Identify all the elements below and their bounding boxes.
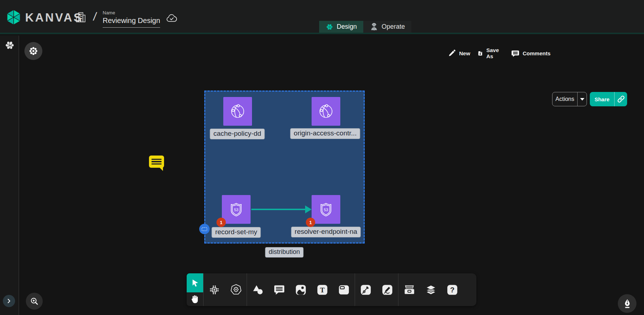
marquee-icon [202,227,207,231]
design-swirl-icon [326,23,333,31]
flower-components-icon [29,46,38,56]
design-name-input[interactable] [103,15,160,28]
save-as-button[interactable]: Save As [477,46,501,60]
route53-shield-icon: 53 [316,199,336,219]
pencil-sketch-icon [382,284,393,296]
image-tool-icon [295,284,307,296]
share-split-button[interactable]: Share [590,92,627,106]
breadcrumb-separator: / [92,10,97,23]
new-label: New [459,50,470,56]
shapes-icon [252,285,263,295]
pencil-icon [448,49,456,57]
tool-help[interactable]: ? [442,273,463,306]
left-sidebar [0,36,19,315]
actions-caret-segment[interactable] [577,92,587,106]
tab-operate[interactable]: Operate [363,21,411,33]
tab-operate-label: Operate [382,23,405,31]
node-resolver-endpoint[interactable]: 53 [312,195,340,224]
svg-text:53: 53 [234,208,238,212]
svg-text:T: T [320,286,325,293]
comments-button[interactable]: Comments [511,46,551,60]
tool-circuit[interactable] [204,273,225,306]
archive-drawer-icon [403,284,415,295]
actions-dropdown-button[interactable]: Actions [552,92,587,106]
node-label-origin-access[interactable]: origin-access-contr... [290,128,360,139]
node-label-resolver-endpoint[interactable]: resolver-endpoint-na [291,227,361,237]
tab-design-label: Design [337,23,357,31]
brand-title: KANVAS [25,11,83,24]
meshery-swirl-icon[interactable] [4,40,15,51]
link-icon [617,95,625,103]
zoom-in-button[interactable] [26,293,43,310]
cloudfront-globe-icon [228,101,248,121]
mode-tabs: Design Operate [319,21,411,33]
canvas-comment-marker[interactable] [149,156,164,168]
cursor-arrow-icon [190,278,200,288]
tool-shapes[interactable] [247,273,269,306]
components-drawer-button[interactable] [24,42,42,60]
circuit-chip-icon [209,284,220,296]
node-origin-access[interactable] [312,97,340,126]
tool-text[interactable]: T [312,273,333,306]
node-label-cache-policy[interactable]: cache-policy-dd [210,129,265,139]
tool-layers[interactable] [420,273,442,306]
tool-image[interactable] [290,273,312,306]
layers-icon [425,284,437,296]
magnifier-plus-icon [30,297,39,306]
pan-tool-button[interactable] [187,292,203,306]
operate-person-icon [370,23,378,31]
copy-link-segment[interactable] [614,92,627,106]
tool-archive[interactable] [398,273,420,306]
chevron-down-icon [580,98,584,101]
cloud-saved-icon [165,13,178,23]
select-tool-column [187,273,203,306]
node-record-set[interactable]: 53 [222,195,251,224]
freehand-pen-button[interactable] [618,294,636,313]
node-label-record-set[interactable]: record-set-my [211,227,261,238]
card-tool-icon [338,284,350,296]
error-badge-resolver-endpoint[interactable]: 1 [306,218,315,227]
kanvas-logo-icon[interactable] [6,9,22,25]
tool-comment[interactable] [269,273,290,306]
route53-shield-icon: 53 [226,199,246,219]
tool-card[interactable] [333,273,355,306]
new-button[interactable]: New [448,46,470,60]
comments-label: Comments [523,50,551,56]
edge-record-to-resolver[interactable] [251,209,306,210]
kubernetes-wheel-icon [230,284,242,296]
design-name-group: Name [103,10,161,28]
actions-label: Actions [552,92,577,106]
app-header: KANVAS / Name [0,0,644,34]
node-cache-policy[interactable] [223,97,252,126]
hand-icon [190,295,200,304]
error-badge-record-set[interactable]: 1 [216,218,226,227]
name-label: Name [103,10,161,15]
comment-tool-icon [274,284,285,295]
pen-tool-icon [360,284,372,296]
edge-arrowhead [305,205,312,213]
tab-design[interactable]: Design [319,21,363,33]
comment-bubble-icon [511,49,519,57]
select-tool-button[interactable] [187,273,203,292]
floppy-save-icon [477,49,483,57]
pen-nib-icon [622,298,632,309]
tool-pencil-sketch[interactable] [377,273,398,306]
tool-dock: T [187,273,476,306]
sidebar-expand-button[interactable] [3,295,15,307]
svg-text:?: ? [450,286,454,294]
building-icon[interactable] [75,11,86,23]
text-tool-icon: T [317,284,328,296]
group-selection-handle[interactable] [199,224,210,234]
group-label[interactable]: distribution [265,247,303,258]
save-as-label: Save As [486,47,501,59]
cloudfront-globe-icon [316,101,336,121]
tool-kubernetes[interactable] [225,273,247,306]
svg-text:53: 53 [324,208,328,212]
chevron-right-icon [5,297,13,305]
tool-pen[interactable] [355,273,377,306]
share-label: Share [590,92,614,106]
help-question-icon: ? [447,284,458,296]
